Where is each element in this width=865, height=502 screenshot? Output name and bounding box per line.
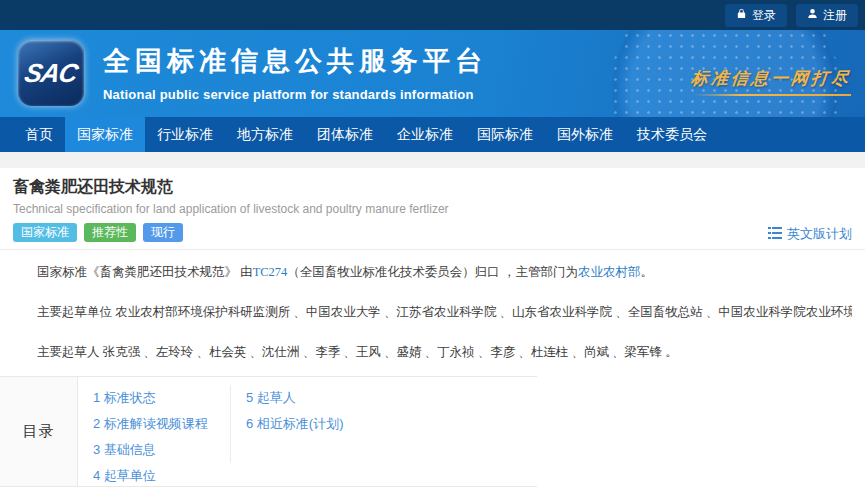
standard-title: 畜禽粪肥还田技术规范 [13, 177, 852, 198]
toc-link-video-course[interactable]: 2 标准解读视频课程 [93, 411, 230, 437]
register-label: 注册 [823, 7, 847, 24]
nav-item-international-standards[interactable]: 国际标准 [465, 117, 545, 152]
site-header: SAC 全国标准信息公共服务平台 National public service… [0, 30, 865, 117]
table-of-contents: 目录 1 标准状态 2 标准解读视频课程 3 基础信息 4 起草单位 5 起草人… [0, 376, 537, 487]
site-subtitle: National public service platform for sta… [103, 87, 487, 102]
paragraph-committee: 国家标准《畜禽粪肥还田技术规范》 由TC274（全国畜牧业标准化技术委员会）归口… [13, 264, 852, 281]
nav-item-group-standards[interactable]: 团体标准 [305, 117, 385, 152]
toc-link-similar-standards[interactable]: 6 相近标准(计划) [246, 411, 344, 437]
paragraph-drafters: 主要起草人 张克强 、左玲玲 、杜会英 、沈仕洲 、李季 、王风 、盛婧 、丁永… [13, 344, 852, 361]
gray-strip [0, 152, 865, 168]
toc-column-divider [230, 385, 231, 463]
sac-logo-text: SAC [22, 58, 80, 89]
content: 畜禽粪肥还田技术规范 Technical specification for l… [0, 177, 865, 502]
nav-item-local-standards[interactable]: 地方标准 [225, 117, 305, 152]
standard-info: 国家标准《畜禽粪肥还田技术规范》 由TC274（全国畜牧业标准化技术委员会）归口… [13, 264, 852, 361]
badge-current: 现行 [143, 223, 183, 242]
p1-end: 。 [640, 265, 653, 279]
nav-item-technical-committees[interactable]: 技术委员会 [625, 117, 719, 152]
nav-item-industry-standards[interactable]: 行业标准 [145, 117, 225, 152]
toc-link-drafting-units[interactable]: 4 起草单位 [93, 463, 230, 489]
badge-national-standard: 国家标准 [13, 223, 77, 242]
toc-link-basic-info[interactable]: 3 基础信息 [93, 437, 230, 463]
slogan: 标准信息一网打尽 [691, 67, 851, 96]
toc-column-1: 1 标准状态 2 标准解读视频课程 3 基础信息 4 起草单位 [93, 385, 230, 486]
tc274-link[interactable]: TC274 [253, 265, 288, 279]
nav-item-national-standards[interactable]: 国家标准 [65, 117, 145, 152]
paragraph-drafting-units: 主要起草单位 农业农村部环境保护科研监测所 、中国农业大学 、江苏省农业科学院 … [13, 304, 852, 321]
main-nav: 首页 国家标准 行业标准 地方标准 团体标准 企业标准 国际标准 国外标准 技术… [0, 117, 865, 152]
divider [0, 249, 865, 250]
slogan-underline [693, 94, 851, 96]
nav-item-home[interactable]: 首页 [13, 117, 65, 152]
top-bar: 登录 注册 [0, 0, 865, 30]
badge-recommended: 推荐性 [84, 223, 136, 242]
standard-title-en: Technical specification for land applica… [13, 202, 852, 216]
sac-logo[interactable]: SAC [18, 40, 84, 106]
register-button[interactable]: 注册 [796, 4, 858, 27]
p1-mid: （全国畜牧业标准化技术委员会）归口 ，主管部门为 [287, 265, 578, 279]
p1-pre: 国家标准《畜禽粪肥还田技术规范》 由 [37, 265, 253, 279]
ministry-link[interactable]: 农业农村部 [578, 265, 641, 279]
login-label: 登录 [752, 7, 776, 24]
slogan-text: 标准信息一网打尽 [690, 67, 852, 90]
login-button[interactable]: 登录 [725, 4, 787, 27]
english-version-plan-label: 英文版计划 [787, 225, 852, 243]
badge-row: 国家标准 推荐性 现行 [13, 223, 852, 242]
list-icon [768, 227, 782, 242]
user-icon [807, 8, 818, 22]
toc-label: 目录 [0, 377, 78, 486]
toc-link-drafters[interactable]: 5 起草人 [246, 385, 344, 411]
site-title-block: 全国标准信息公共服务平台 National public service pla… [103, 43, 487, 102]
toc-column-2: 5 起草人 6 相近标准(计划) [246, 385, 344, 486]
lock-icon [736, 8, 747, 22]
nav-item-enterprise-standards[interactable]: 企业标准 [385, 117, 465, 152]
site-title: 全国标准信息公共服务平台 [103, 43, 487, 79]
english-version-plan-link[interactable]: 英文版计划 [768, 225, 852, 243]
nav-item-foreign-standards[interactable]: 国外标准 [545, 117, 625, 152]
toc-link-standard-status[interactable]: 1 标准状态 [93, 385, 230, 411]
toc-links: 1 标准状态 2 标准解读视频课程 3 基础信息 4 起草单位 5 起草人 6 … [78, 377, 537, 486]
